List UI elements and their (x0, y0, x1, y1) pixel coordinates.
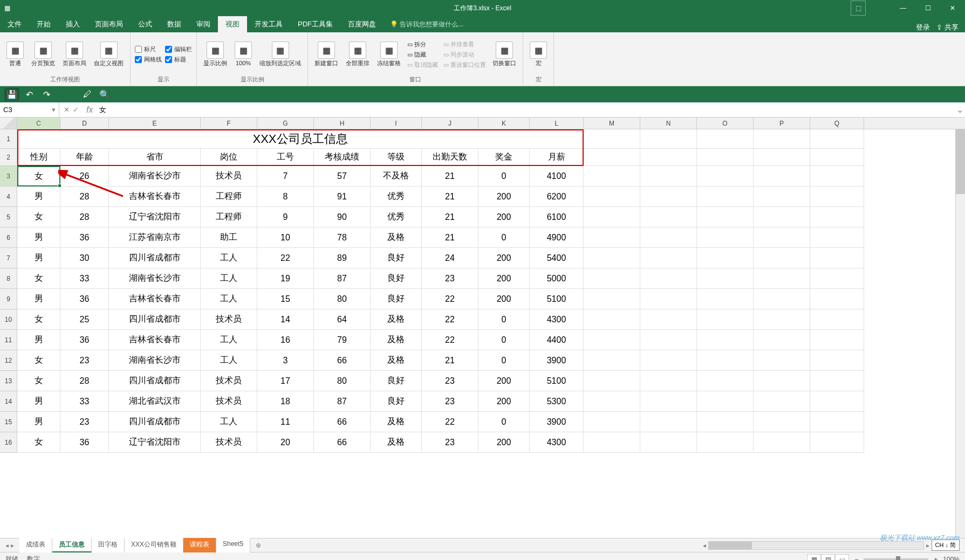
cell[interactable]: 吉林省长春市 (109, 330, 201, 350)
cell[interactable]: 200 (478, 391, 530, 412)
cell[interactable]: 男 (17, 248, 60, 268)
cell[interactable] (697, 227, 754, 248)
cell[interactable]: 良好 (371, 268, 422, 289)
cell[interactable] (584, 227, 640, 248)
ribbon-tab-视图[interactable]: 视图 (218, 16, 247, 32)
cell[interactable] (810, 186, 864, 207)
cell[interactable] (697, 371, 754, 391)
cell[interactable]: 工人 (201, 289, 257, 309)
cell[interactable]: 良好 (371, 391, 422, 412)
cell[interactable]: 79 (314, 330, 371, 350)
cell[interactable]: 年龄 (60, 149, 109, 166)
cell[interactable]: 良好 (371, 371, 422, 391)
cell[interactable]: 0 (478, 330, 530, 350)
cell[interactable] (584, 207, 640, 227)
sheet-tab-员工信息[interactable]: 员工信息 (52, 538, 92, 552)
cell[interactable]: 良好 (371, 248, 422, 268)
ribbon-tab-审阅[interactable]: 审阅 (189, 16, 218, 32)
share-button[interactable]: ⇪ 共享 (936, 23, 959, 32)
cell[interactable] (754, 432, 810, 453)
cell[interactable] (810, 330, 864, 350)
name-box-dropdown-icon[interactable]: ▾ (52, 106, 56, 114)
cell[interactable]: 及格 (371, 309, 422, 330)
cell[interactable]: 21 (422, 227, 478, 248)
cell[interactable] (754, 330, 810, 350)
cell[interactable]: 80 (314, 289, 371, 309)
column-header-K[interactable]: K (478, 117, 530, 129)
cell[interactable]: 20 (257, 432, 314, 453)
column-header-I[interactable]: I (371, 117, 422, 129)
row-header-8[interactable]: 8 (0, 268, 17, 289)
cell[interactable]: 女 (17, 166, 60, 186)
cell[interactable] (640, 227, 697, 248)
close-button[interactable]: ✕ (940, 0, 965, 16)
cell[interactable]: 5100 (530, 289, 584, 309)
cell[interactable] (810, 412, 864, 432)
row-header-16[interactable]: 16 (0, 432, 17, 453)
minimize-button[interactable]: ― (891, 0, 915, 16)
column-header-Q[interactable]: Q (810, 117, 864, 129)
cell[interactable] (810, 432, 864, 453)
cell[interactable]: 200 (478, 186, 530, 207)
column-header-M[interactable]: M (584, 117, 640, 129)
cell[interactable] (697, 432, 754, 453)
cell[interactable]: 66 (314, 350, 371, 371)
cell[interactable]: 及格 (371, 432, 422, 453)
save-button[interactable]: 💾 (4, 88, 19, 101)
cell[interactable]: 男 (17, 412, 60, 432)
cell[interactable]: 5000 (530, 268, 584, 289)
cell[interactable]: 200 (478, 432, 530, 453)
cell[interactable] (754, 166, 810, 186)
cell[interactable] (584, 330, 640, 350)
cell[interactable] (754, 371, 810, 391)
cell[interactable]: 湖南省长沙市 (109, 350, 201, 371)
cell[interactable]: 3900 (530, 412, 584, 432)
column-header-H[interactable]: H (314, 117, 371, 129)
cell[interactable]: 工人 (201, 330, 257, 350)
cell[interactable] (640, 391, 697, 412)
cell[interactable] (754, 350, 810, 371)
cell[interactable] (810, 350, 864, 371)
cell[interactable] (697, 330, 754, 350)
view-普通[interactable]: ▦普通 (4, 40, 26, 68)
qat-tool-icon[interactable]: 🔍 (97, 88, 112, 101)
cell[interactable]: 技术员 (201, 391, 257, 412)
cell[interactable] (697, 186, 754, 207)
cell[interactable]: 36 (60, 432, 109, 453)
cell[interactable]: 21 (422, 350, 478, 371)
column-header-J[interactable]: J (422, 117, 478, 129)
window-全部重排[interactable]: ▦全部重排 (344, 40, 372, 68)
cell[interactable]: 吉林省长春市 (109, 186, 201, 207)
column-header-D[interactable]: D (60, 117, 109, 129)
row-header-5[interactable]: 5 (0, 207, 17, 227)
row-header-4[interactable]: 4 (0, 186, 17, 207)
cell[interactable]: 技术员 (201, 432, 257, 453)
cell[interactable]: 30 (60, 248, 109, 268)
cell[interactable]: 江苏省南京市 (109, 227, 201, 248)
cell[interactable]: 等级 (371, 149, 422, 166)
cell[interactable]: 四川省成都市 (109, 309, 201, 330)
cell[interactable]: 0 (478, 166, 530, 186)
cell[interactable] (697, 149, 754, 166)
cell[interactable] (584, 412, 640, 432)
column-header-L[interactable]: L (530, 117, 584, 129)
cell[interactable]: 11 (257, 412, 314, 432)
cell[interactable]: 5100 (530, 371, 584, 391)
cell[interactable]: 23 (422, 268, 478, 289)
cell[interactable]: 湖北省武汉市 (109, 391, 201, 412)
tell-me-search[interactable]: 💡 告诉我您想要做什么... (384, 20, 463, 29)
cell[interactable]: 28 (60, 207, 109, 227)
cell[interactable] (640, 248, 697, 268)
macro-宏[interactable]: ▦宏 (528, 40, 549, 68)
cell[interactable] (754, 149, 810, 166)
cell[interactable] (584, 432, 640, 453)
cell[interactable]: 78 (314, 227, 371, 248)
cell[interactable]: 出勤天数 (422, 149, 478, 166)
expand-formula-bar-icon[interactable]: ⌄ (954, 105, 965, 115)
row-header-12[interactable]: 12 (0, 350, 17, 371)
cell[interactable]: 女 (17, 207, 60, 227)
ribbon-tab-插入[interactable]: 插入 (58, 16, 87, 32)
select-all-corner[interactable] (0, 117, 17, 129)
cell[interactable] (754, 309, 810, 330)
cell[interactable] (810, 129, 864, 149)
